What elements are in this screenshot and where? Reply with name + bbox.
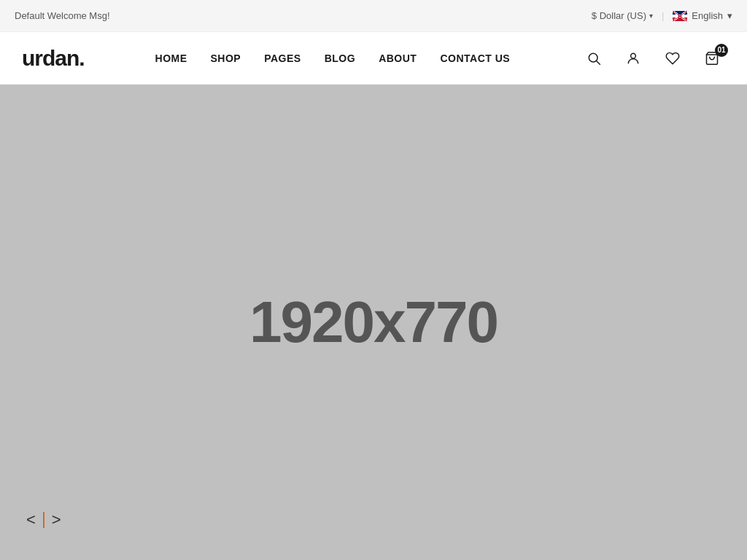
user-icon bbox=[626, 51, 640, 66]
hero-section: 1920x770 < > bbox=[0, 85, 747, 560]
main-nav: HOME SHOP PAGES BLOG ABOUT CONTACT US bbox=[155, 52, 511, 64]
wishlist-button[interactable] bbox=[659, 45, 686, 71]
top-bar: Default Welcome Msg! $ Dollar (US) ▾ | E… bbox=[0, 0, 747, 32]
nav-item-home[interactable]: HOME bbox=[155, 52, 187, 64]
header-icons: 01 bbox=[581, 45, 725, 71]
slider-next-button[interactable]: > bbox=[47, 509, 66, 531]
topbar-divider: | bbox=[662, 10, 664, 21]
nav-item-pages[interactable]: PAGES bbox=[264, 52, 301, 64]
cart-button[interactable]: 01 bbox=[699, 45, 725, 71]
flag-icon bbox=[673, 11, 687, 21]
header: urdan. HOME SHOP PAGES BLOG ABOUT CONTAC… bbox=[0, 32, 747, 85]
nav-item-about[interactable]: ABOUT bbox=[379, 52, 417, 64]
language-label: English bbox=[692, 10, 723, 21]
nav-item-blog[interactable]: BLOG bbox=[325, 52, 355, 64]
currency-arrow: ▾ bbox=[649, 12, 653, 20]
language-arrow: ▾ bbox=[727, 10, 732, 21]
heart-icon bbox=[665, 51, 680, 66]
currency-selector[interactable]: $ Dollar (US) ▾ bbox=[592, 10, 653, 21]
cart-badge: 01 bbox=[715, 44, 728, 57]
svg-point-2 bbox=[631, 53, 636, 58]
account-button[interactable] bbox=[620, 45, 646, 71]
hero-placeholder: 1920x770 bbox=[249, 289, 498, 356]
nav-item-shop[interactable]: SHOP bbox=[211, 52, 241, 64]
slider-controls: < > bbox=[22, 509, 66, 531]
language-selector[interactable]: English ▾ bbox=[673, 10, 732, 21]
logo[interactable]: urdan. bbox=[22, 46, 85, 71]
svg-line-1 bbox=[597, 61, 600, 64]
top-bar-right: $ Dollar (US) ▾ | English ▾ bbox=[592, 10, 732, 21]
currency-label: $ Dollar (US) bbox=[592, 10, 646, 21]
search-button[interactable] bbox=[581, 45, 607, 71]
slider-separator bbox=[43, 512, 44, 528]
welcome-message: Default Welcome Msg! bbox=[15, 10, 110, 21]
slider-prev-button[interactable]: < bbox=[22, 509, 40, 531]
nav-item-contact[interactable]: CONTACT US bbox=[440, 52, 510, 64]
search-icon bbox=[587, 51, 601, 66]
